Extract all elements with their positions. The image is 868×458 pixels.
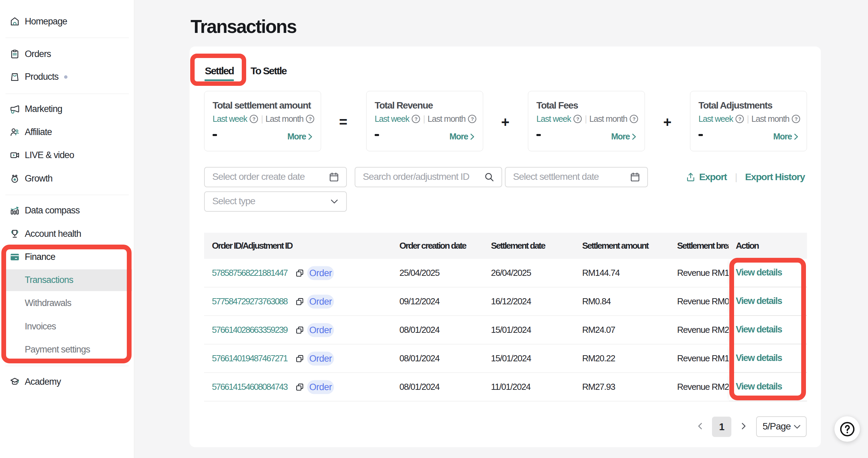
svg-text:?: ? [794,116,797,121]
svg-text:?: ? [309,116,312,121]
svg-text:?: ? [738,116,741,121]
svg-text:?: ? [471,116,474,121]
svg-text:?: ? [414,116,417,121]
svg-text:?: ? [576,116,579,121]
svg-text:?: ? [632,116,635,121]
svg-text:?: ? [252,116,255,121]
